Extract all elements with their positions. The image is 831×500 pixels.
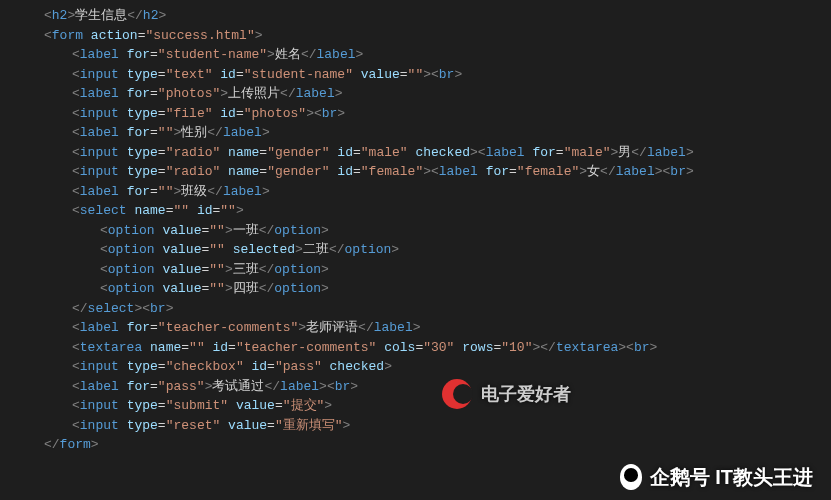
penguin-icon — [620, 464, 642, 490]
watermark-text: 电子爱好者 — [481, 381, 571, 408]
code-line: <input type="radio" name="gender" id="ma… — [44, 143, 831, 163]
code-line: <label for="teacher-comments">老师评语</labe… — [44, 318, 831, 338]
code-line: <input type="text" id="student-name" val… — [44, 65, 831, 85]
code-line: <label for="photos">上传照片</label> — [44, 84, 831, 104]
watermark-qq: 企鹅号 IT教头王进 — [620, 462, 813, 492]
code-line: <option value="" selected>二班</option> — [44, 240, 831, 260]
watermark-dianzi: 电子爱好者 — [439, 376, 571, 412]
code-line: </form> — [44, 435, 831, 455]
code-line: <h2>学生信息</h2> — [44, 6, 831, 26]
code-line: <input type="reset" value="重新填写"> — [44, 416, 831, 436]
code-line: <option value="">一班</option> — [44, 221, 831, 241]
code-line: <select name="" id=""> — [44, 201, 831, 221]
watermark-text: 企鹅号 IT教头王进 — [650, 462, 813, 492]
code-line: <label for="">班级</label> — [44, 182, 831, 202]
code-line: <option value="">三班</option> — [44, 260, 831, 280]
code-line: <label for="student-name">姓名</label> — [44, 45, 831, 65]
code-line: <input type="checkbox" id="pass" checked… — [44, 357, 831, 377]
code-editor[interactable]: <h2>学生信息</h2> <form action="success.html… — [44, 6, 831, 455]
code-line: <input type="file" id="photos"><br> — [44, 104, 831, 124]
code-line: <input type="submit" value="提交"> — [44, 396, 831, 416]
code-line: <form action="success.html"> — [44, 26, 831, 46]
logo-c-icon — [439, 376, 475, 412]
code-line: </select><br> — [44, 299, 831, 319]
svg-point-1 — [453, 384, 473, 404]
code-line: <label for="">性别</label> — [44, 123, 831, 143]
code-line: <label for="pass">考试通过</label><br> — [44, 377, 831, 397]
code-line: <option value="">四班</option> — [44, 279, 831, 299]
code-line: <input type="radio" name="gender" id="fe… — [44, 162, 831, 182]
code-line: <textarea name="" id="teacher-comments" … — [44, 338, 831, 358]
